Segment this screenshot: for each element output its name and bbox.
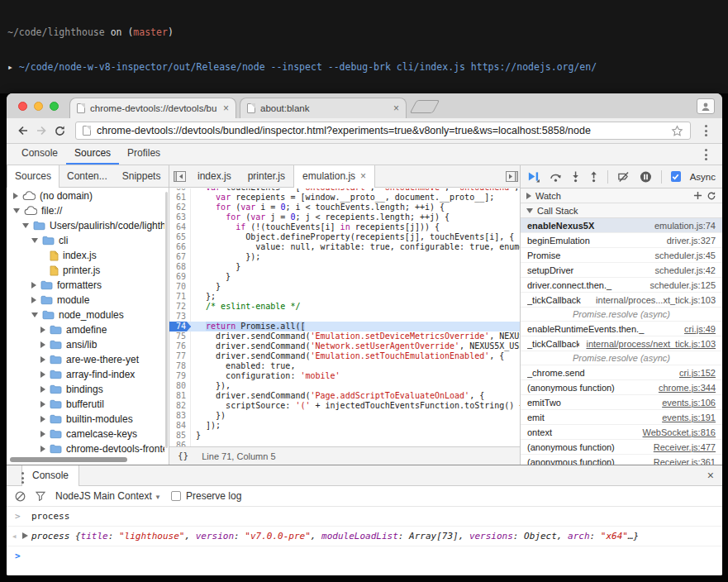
callstack-frame[interactable]: _chrome.sendcri.js:152: [521, 365, 722, 380]
tree-vertical-scrollbar[interactable]: [165, 192, 168, 448]
drawer-menu-icon[interactable]: [21, 472, 24, 484]
chevron-right-icon[interactable]: [13, 193, 18, 199]
code-line[interactable]: 84 ]);: [169, 421, 520, 431]
chevron-right-icon[interactable]: [40, 446, 45, 452]
line-number[interactable]: 80: [169, 381, 191, 391]
code-line[interactable]: 67 });: [169, 252, 520, 262]
frame-source-location[interactable]: events.js:106: [662, 398, 716, 408]
tree-item[interactable]: array-find-index: [7, 367, 164, 382]
browser-tab[interactable]: about:blank×: [240, 98, 407, 118]
code-line[interactable]: 62 for (var i = 0; i < touchEvents.lengt…: [169, 203, 520, 212]
window-close-button[interactable]: [18, 102, 27, 111]
chevron-right-icon[interactable]: [40, 401, 45, 408]
code-view[interactable]: 60 var touchEvents = ['ontouchstart', 'o…: [169, 188, 520, 446]
preserve-log-checkbox[interactable]: [171, 491, 181, 501]
resume-button[interactable]: [527, 170, 540, 183]
chevron-down-icon[interactable]: [31, 312, 38, 317]
chevron-right-icon[interactable]: [40, 356, 45, 363]
reload-button[interactable]: [50, 122, 69, 140]
code-line[interactable]: 61 var recepients = [window.__proto__, d…: [169, 193, 520, 203]
callstack-frame[interactable]: _tickCallbackinternal/proces...xt_tick.j…: [521, 293, 722, 308]
devtools-menu-button[interactable]: [698, 149, 714, 160]
pretty-print-button[interactable]: {}: [178, 451, 188, 461]
deactivate-breakpoints-icon[interactable]: [617, 171, 630, 183]
step-over-icon[interactable]: [550, 171, 562, 183]
frame-source-location[interactable]: cri.js:152: [679, 368, 716, 378]
tree-item[interactable]: cli: [7, 233, 164, 248]
code-line[interactable]: 76 driver.sendCommand('Network.setUserAg…: [169, 341, 520, 351]
callstack-frame[interactable]: enableNexus5Xemulation.js:74: [521, 218, 722, 233]
frame-source-location[interactable]: scheduler.js:125: [650, 280, 716, 290]
chevron-down-icon[interactable]: [22, 223, 29, 228]
line-number[interactable]: 79: [169, 371, 191, 381]
console-prompt[interactable]: >: [7, 546, 722, 553]
callstack-frame[interactable]: (anonymous function)Receiver.js:477: [521, 440, 722, 455]
editor-tab[interactable]: emulation.js×: [293, 165, 375, 188]
devtools-tab-console[interactable]: Console: [13, 147, 66, 165]
tree-item[interactable]: chrome-devtools-frontend: [7, 441, 164, 456]
tree-item[interactable]: builtin-modules: [7, 412, 164, 427]
line-number[interactable]: 77: [169, 351, 191, 361]
line-number[interactable]: 68: [169, 262, 191, 272]
callstack-frame[interactable]: driver.connect.then._scheduler.js:125: [521, 278, 722, 293]
frame-source-location[interactable]: Receiver.js:477: [654, 442, 716, 452]
navigator-tab[interactable]: Sources: [7, 165, 59, 188]
line-number[interactable]: 66: [169, 242, 191, 252]
chevron-down-icon[interactable]: [13, 208, 20, 213]
code-line[interactable]: 68 }: [169, 262, 520, 272]
profile-avatar-button[interactable]: [697, 98, 715, 114]
chevron-right-icon[interactable]: [40, 371, 45, 378]
browser-menu-button[interactable]: [697, 122, 715, 140]
line-number[interactable]: 61: [169, 193, 191, 203]
line-number[interactable]: 84: [169, 421, 191, 431]
frame-source-location[interactable]: WebSocket.js:816: [643, 427, 716, 437]
async-checkbox[interactable]: [671, 171, 681, 182]
tab-close-icon[interactable]: ×: [393, 103, 399, 113]
chevron-right-icon[interactable]: [40, 341, 45, 348]
callstack-frame[interactable]: Promisescheduler.js:45: [521, 248, 722, 263]
line-number[interactable]: 86: [169, 441, 191, 446]
line-number[interactable]: 76: [169, 341, 191, 351]
tree-item[interactable]: module: [7, 293, 164, 308]
line-number[interactable]: 78: [169, 361, 191, 371]
code-line[interactable]: 86: [169, 441, 520, 446]
expand-object-icon[interactable]: [22, 532, 28, 539]
callstack-frame[interactable]: (anonymous function)Receiver.js:361: [521, 455, 722, 465]
tree-item[interactable]: amdefine: [7, 322, 164, 337]
code-line[interactable]: 64 if (!(touchEvents[i] in recepients[j]…: [169, 222, 520, 232]
frame-source-location[interactable]: internal/process/next_tick.js:103: [586, 339, 716, 349]
line-number[interactable]: 81: [169, 391, 191, 401]
code-line[interactable]: 66 value: null, writable: true, configur…: [169, 242, 520, 252]
chevron-right-icon[interactable]: [40, 431, 45, 437]
line-number[interactable]: 69: [169, 272, 191, 282]
code-line[interactable]: 80 }),: [169, 381, 520, 391]
window-minimize-button[interactable]: [34, 102, 43, 111]
add-watch-icon[interactable]: [693, 191, 702, 200]
editor-tab[interactable]: index.js: [189, 165, 240, 187]
tree-item[interactable]: printer.js: [7, 263, 164, 278]
line-number[interactable]: 70: [169, 282, 191, 292]
code-line[interactable]: 79 configuration: 'mobile': [169, 371, 520, 381]
window-maximize-button[interactable]: [50, 102, 59, 111]
tree-item[interactable]: camelcase-keys: [7, 427, 164, 441]
tree-item[interactable]: file://: [7, 203, 164, 218]
line-number[interactable]: 71: [169, 292, 191, 302]
navigator-tab[interactable]: Snippets: [115, 165, 169, 187]
line-number[interactable]: 83: [169, 411, 191, 421]
chevron-right-icon[interactable]: [31, 282, 36, 289]
frame-source-location[interactable]: chrome.js:344: [659, 383, 716, 393]
address-bar[interactable]: chrome-devtools://devtools/bundled/inspe…: [75, 122, 691, 140]
callstack-frame[interactable]: emitevents.js:191: [521, 410, 722, 425]
tab-close-icon[interactable]: ×: [223, 103, 229, 113]
line-number[interactable]: 72: [169, 302, 191, 312]
chevron-right-icon[interactable]: [40, 416, 45, 422]
frame-source-location[interactable]: Receiver.js:361: [654, 457, 716, 465]
line-number[interactable]: 62: [169, 203, 191, 212]
frame-source-location[interactable]: emulation.js:74: [654, 221, 716, 231]
callstack-frame[interactable]: setupDriverscheduler.js:42: [521, 263, 722, 278]
console-drawer-tab[interactable]: Console: [21, 465, 79, 486]
tree-item[interactable]: bufferutil: [7, 397, 164, 412]
code-line[interactable]: 72 /* eslint-enable */: [169, 302, 520, 312]
tree-item[interactable]: Users/paulirish/code/lighthouse: [7, 218, 164, 233]
callstack-frame[interactable]: ontextWebSocket.js:816: [521, 425, 722, 440]
